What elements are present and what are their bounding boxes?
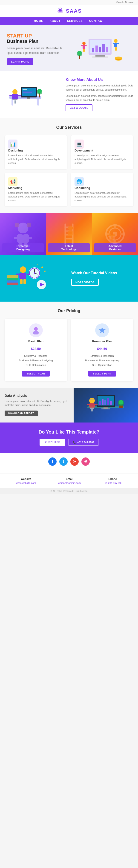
designing-name: Designing <box>8 149 63 152</box>
svg-rect-35 <box>23 89 27 90</box>
marketing-icon: 📢 <box>8 177 18 186</box>
basic-plan-card: Basic Plan $24.50 Strategy & Research Bu… <box>5 319 67 381</box>
svg-rect-11 <box>106 48 108 53</box>
hero-section: START UP Business Plan Lorem ipsum dolor… <box>0 25 138 71</box>
phone-icon: 📞 <box>73 441 76 444</box>
svg-rect-51 <box>14 237 19 239</box>
consulting-desc: Lorem ipsum dolor sit amet, consectetur … <box>75 191 130 203</box>
svg-point-12 <box>114 39 117 43</box>
svg-rect-107 <box>110 401 112 405</box>
svg-point-57 <box>27 223 31 227</box>
svg-rect-104 <box>102 399 104 405</box>
svg-rect-66 <box>68 230 73 236</box>
download-report-button[interactable]: DOWNLOAD REPORT <box>5 410 38 416</box>
features-row: Creative Designing Latest Technology <box>0 213 138 255</box>
nav-contact[interactable]: CONTACT <box>89 19 104 23</box>
svg-point-86 <box>20 267 26 273</box>
svg-point-29 <box>78 51 82 55</box>
feature-bg-advanced <box>92 213 138 255</box>
svg-rect-36 <box>23 91 34 92</box>
basic-plan-icon <box>29 323 43 337</box>
hero-illustration <box>75 32 126 66</box>
svg-rect-13 <box>114 43 117 48</box>
svg-rect-5 <box>95 55 105 57</box>
dribbble-icon[interactable]: ❋ <box>81 458 90 466</box>
svg-rect-41 <box>12 94 18 99</box>
about-desc-1: Lorem ipsum dolor sit amet, consectetur … <box>65 84 133 92</box>
basic-plan-price: $24.50 <box>8 344 63 351</box>
cta-section: Do You Like This Template? PURCHASE 📞 +0… <box>0 423 138 453</box>
get-quote-button[interactable]: GET A QUOTE <box>65 104 92 111</box>
svg-rect-14 <box>113 43 114 44</box>
footer-phone-value: +01 234 567 890 <box>103 482 122 484</box>
svg-rect-105 <box>104 400 106 405</box>
data-analysis-image <box>74 388 138 423</box>
svg-rect-9 <box>99 46 101 53</box>
tutorial-title: Watch Our Tutorial Videos <box>71 271 133 276</box>
consulting-name: Consulting <box>75 186 130 190</box>
facebook-icon[interactable]: f <box>48 458 57 466</box>
svg-rect-52 <box>28 237 32 239</box>
pricing-title: Our Pricing <box>5 309 133 313</box>
designing-icon: 📊 <box>8 140 18 149</box>
svg-rect-6 <box>92 57 108 58</box>
about-illustration <box>5 79 46 109</box>
feature-card-creative: Creative Designing <box>0 213 46 255</box>
svg-rect-103 <box>99 401 101 405</box>
svg-point-65 <box>68 226 73 230</box>
learn-more-button[interactable]: LEARN MORE <box>7 58 33 65</box>
svg-point-56 <box>15 223 20 227</box>
svg-rect-44 <box>12 99 18 100</box>
basic-plan-features: Strategy & Research Business & Finance A… <box>8 354 63 367</box>
svg-rect-108 <box>104 407 108 408</box>
svg-rect-114 <box>90 400 94 400</box>
hero-text: START UP Business Plan Lorem ipsum dolor… <box>7 33 69 65</box>
svg-rect-116 <box>91 409 93 411</box>
services-section: Our Services 📊 Designing Lorem ipsum dol… <box>0 118 138 213</box>
service-card-consulting: 🌐 Consulting Lorem ipsum dolor sit amet,… <box>71 173 133 207</box>
nav-about[interactable]: ABOUT <box>50 19 61 23</box>
footer-email: Email email@domain.com <box>58 477 81 484</box>
googleplus-icon[interactable]: G+ <box>71 458 79 466</box>
svg-rect-80 <box>7 275 19 278</box>
consulting-icon: 🌐 <box>75 177 84 186</box>
footer-website-title: Website <box>16 477 36 480</box>
svg-rect-7 <box>92 48 94 53</box>
svg-rect-106 <box>107 398 109 405</box>
more-videos-button[interactable]: MORE VIDEOS <box>71 279 99 286</box>
services-grid: 📊 Designing Lorem ipsum dolor sit amet, … <box>5 135 133 207</box>
phone-button[interactable]: 📞 +012 345 6789 <box>68 439 99 446</box>
data-analysis-section: Data Analysis Lorem ipsum dolor sit amet… <box>0 388 138 423</box>
development-desc: Lorem ipsum dolor sit amet, consectetur … <box>75 154 130 165</box>
footer-website-value: www.website.com <box>16 482 36 484</box>
svg-text:★: ★ <box>44 270 46 273</box>
view-in-browser-link[interactable]: View In Browser <box>116 1 134 4</box>
footer-phone-title: Phone <box>103 477 122 480</box>
purchase-button[interactable]: PURCHASE <box>39 439 65 446</box>
feature-card-latest: Latest Technology <box>46 213 92 255</box>
services-title: Our Services <box>5 125 133 130</box>
svg-point-85 <box>34 272 35 274</box>
svg-rect-91 <box>24 279 26 284</box>
premium-plan-name: Premium Plan <box>75 340 130 343</box>
svg-point-48 <box>37 89 42 93</box>
service-card-development: 💻 Development Lorem ipsum dolor sit amet… <box>71 135 133 169</box>
basic-select-button[interactable]: SELECT PLAN <box>22 371 50 376</box>
about-image <box>5 79 61 110</box>
svg-rect-38 <box>23 94 33 94</box>
tutorial-section: ★ ★ ✦ Watch Our Tutorial Videos MORE VID… <box>0 255 138 302</box>
svg-rect-16 <box>115 48 116 51</box>
nav-home[interactable]: HOME <box>34 19 43 23</box>
twitter-icon[interactable]: t <box>59 458 67 466</box>
svg-rect-45 <box>15 100 16 104</box>
social-icons: f t G+ ❋ <box>5 458 133 466</box>
cta-buttons: PURCHASE 📞 +012 345 6789 <box>5 439 133 446</box>
svg-rect-90 <box>20 279 23 284</box>
premium-select-button[interactable]: SELECT PLAN <box>88 371 116 376</box>
nav-services[interactable]: SERVICES <box>67 19 83 23</box>
logo-text: SAAS <box>66 8 82 14</box>
svg-rect-89 <box>26 274 30 275</box>
data-analysis-title: Data Analysis <box>5 394 69 398</box>
svg-point-97 <box>34 327 38 331</box>
pricing-grid: Basic Plan $24.50 Strategy & Research Bu… <box>5 319 133 381</box>
